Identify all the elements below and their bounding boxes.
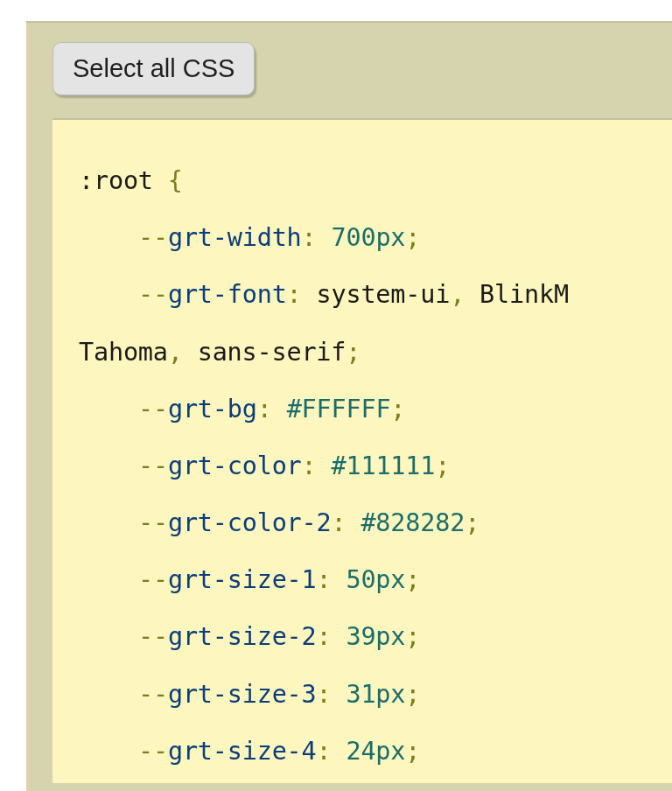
prop-value: 50px: [346, 565, 405, 594]
semicolon: ;: [405, 622, 420, 651]
prop-dash: --: [138, 452, 168, 480]
prop-dash: --: [138, 565, 168, 594]
select-all-css-button[interactable]: Select all CSS: [52, 42, 255, 95]
prop-value: #828282: [360, 508, 465, 537]
semicolon: ;: [405, 737, 420, 766]
colon: :: [302, 452, 317, 480]
button-label: Select all CSS: [73, 54, 234, 82]
prop-dash: --: [138, 280, 168, 309]
css-property-line: --grt-font: system-ui, BlinkM: [79, 276, 672, 314]
selector-line: :root {: [79, 162, 672, 200]
colon: :: [317, 680, 332, 709]
css-property-line: --grt-color: #111111;: [79, 447, 672, 486]
prop-name: grt-size-3: [168, 680, 317, 709]
css-property-line: --grt-size-2: 39px;: [79, 618, 672, 656]
font-token: Tahoma: [79, 338, 168, 367]
semicolon: ;: [346, 338, 360, 367]
prop-dash: --: [138, 395, 168, 424]
prop-name: grt-size-1: [168, 565, 317, 594]
css-property-line: --grt-size-4: 24px;: [79, 732, 672, 771]
prop-value: 31px: [346, 680, 405, 709]
semicolon: ;: [435, 452, 450, 480]
prop-value: #FFFFFF: [287, 395, 391, 424]
css-property-wrap-line: Tahoma, sans-serif;: [79, 333, 672, 372]
css-property-line: --grt-width: 700px;: [79, 219, 672, 257]
prop-value: #111111: [332, 452, 436, 480]
colon: :: [287, 280, 302, 309]
prop-name: grt-size-4: [168, 737, 317, 766]
prop-dash: --: [138, 622, 168, 651]
css-property-line: --grt-color-2: #828282;: [79, 504, 672, 542]
colon: :: [257, 395, 272, 424]
semicolon: ;: [465, 508, 480, 537]
font-token: system-ui: [317, 280, 451, 309]
brace-open: {: [168, 166, 183, 195]
prop-value: 700px: [332, 223, 406, 252]
prop-dash: --: [138, 680, 168, 709]
prop-value: 39px: [346, 622, 405, 651]
prop-name: grt-font: [168, 280, 287, 309]
prop-name: grt-size-2: [168, 622, 317, 651]
colon: :: [302, 223, 317, 252]
semicolon: ;: [405, 565, 420, 594]
panel: Select all CSS :root { --grt-width: 700p…: [26, 21, 672, 791]
prop-name: grt-color: [168, 452, 302, 480]
selector: :root: [79, 166, 153, 195]
comma: ,: [450, 280, 480, 309]
prop-name: grt-bg: [168, 395, 257, 424]
prop-dash: --: [138, 737, 168, 766]
css-code-block: :root { --grt-width: 700px; --grt-font: …: [52, 118, 672, 783]
font-token: BlinkM: [480, 280, 569, 309]
prop-dash: --: [138, 223, 168, 252]
colon: :: [317, 622, 332, 651]
comma: ,: [168, 338, 198, 367]
css-property-line: --grt-bg: #FFFFFF;: [79, 390, 672, 429]
colon: :: [331, 508, 346, 537]
prop-name: grt-width: [168, 223, 302, 252]
semicolon: ;: [390, 395, 405, 424]
colon: :: [317, 737, 332, 766]
css-property-line: --grt-size-1: 50px;: [79, 561, 672, 599]
colon: :: [317, 565, 332, 594]
semicolon: ;: [405, 223, 420, 252]
font-token: sans-serif: [198, 338, 346, 367]
prop-value: 24px: [346, 737, 405, 766]
prop-dash: --: [138, 508, 168, 537]
prop-name: grt-color-2: [168, 508, 332, 537]
semicolon: ;: [405, 680, 420, 709]
css-property-line: --grt-size-3: 31px;: [79, 676, 672, 714]
